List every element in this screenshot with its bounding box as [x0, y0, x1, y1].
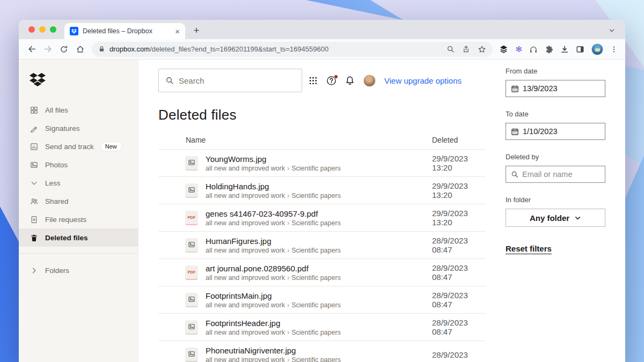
headphones-extension-icon[interactable] — [529, 45, 538, 54]
deleted-date: 28/9/202308:47 — [432, 263, 486, 282]
help-icon[interactable] — [326, 76, 336, 86]
sidebar-item-label: Photos — [45, 161, 68, 169]
sidebar-item-all-files[interactable]: All files — [19, 101, 138, 119]
file-path: all new and improved work›Scientific pap… — [206, 274, 341, 282]
desktop: Deleted files – Dropbox × + — [0, 0, 644, 362]
table-row[interactable]: PDF genes s41467-023-40957-9.pdf all new… — [158, 204, 486, 232]
to-date-group: To date — [506, 110, 605, 140]
sidebar-item-file-requests[interactable]: File requests — [19, 210, 138, 228]
tab-search-chevron-icon[interactable] — [608, 27, 616, 34]
page-header: View upgrade options — [158, 69, 486, 92]
home-icon[interactable] — [72, 42, 87, 57]
photo-icon — [30, 160, 38, 169]
back-icon[interactable] — [24, 42, 39, 57]
file-name: YoungWorms.jpg — [206, 154, 341, 164]
to-date-field[interactable] — [506, 123, 605, 140]
from-date-input[interactable] — [523, 84, 600, 93]
sidebar-folders-toggle[interactable]: Folders — [19, 261, 138, 279]
extensions-puzzle-icon[interactable] — [545, 45, 553, 54]
file-type-icon: PDF — [185, 265, 198, 280]
share-icon[interactable] — [462, 45, 470, 53]
table-row[interactable]: PDF FootprintsMain.jpg all new and impro… — [158, 286, 486, 314]
sidebar-item-deleted-files[interactable]: Deleted files — [19, 228, 138, 247]
sidebar-item-send-and-track[interactable]: Send and track New — [19, 137, 138, 156]
chevron-right-icon — [30, 266, 38, 275]
close-window-button[interactable] — [28, 26, 35, 33]
search-tabs-icon[interactable] — [447, 45, 455, 53]
deleted-date: 28/9/202308:47 — [432, 236, 486, 254]
grid-icon — [30, 106, 38, 114]
deleted-date: 28/9/2023 — [432, 350, 486, 359]
new-badge: New — [101, 142, 121, 151]
bell-icon[interactable] — [345, 76, 355, 85]
table-row[interactable]: PDF art journal.pone.0289560.pdf all new… — [158, 259, 486, 286]
upgrade-link[interactable]: View upgrade options — [384, 76, 462, 85]
downloads-icon[interactable] — [560, 45, 569, 54]
extension-icons: ✻ — [497, 43, 620, 55]
search-icon — [511, 171, 518, 178]
sidebar: All files Signatures Send and track New … — [19, 60, 138, 362]
sidebar-item-less[interactable]: Less — [19, 174, 138, 192]
forward-icon[interactable] — [40, 42, 55, 57]
minimize-window-button[interactable] — [39, 26, 46, 33]
table-row[interactable]: PDF YoungWorms.jpg all new and improved … — [158, 150, 486, 177]
flower-extension-icon[interactable]: ✻ — [515, 45, 522, 53]
new-tab-button[interactable]: + — [189, 24, 203, 38]
zoom-window-button[interactable] — [50, 26, 56, 33]
sidebar-item-signatures[interactable]: Signatures — [19, 119, 138, 137]
file-name: art journal.pone.0289560.pdf — [206, 264, 341, 273]
table-row[interactable]: PDF FootprintsHeader.jpg all new and imp… — [158, 314, 486, 341]
page-title: Deleted files — [158, 107, 486, 123]
browser-menu-kebab-icon[interactable] — [610, 46, 618, 53]
deleted-by-group: Deleted by — [506, 153, 605, 183]
tab-strip: Deleted files – Dropbox × + — [19, 20, 625, 39]
side-panel-icon[interactable] — [576, 45, 584, 54]
from-date-group: From date — [506, 67, 605, 97]
deleted-date: 29/9/202313:20 — [432, 154, 486, 172]
table-row[interactable]: PDF HumanFigures.jpg all new and improve… — [158, 232, 486, 259]
apps-grid-icon[interactable] — [309, 76, 318, 85]
deleted-by-label: Deleted by — [506, 153, 605, 161]
close-tab-icon[interactable]: × — [175, 27, 180, 35]
from-date-field[interactable] — [506, 80, 605, 97]
table-row[interactable]: PDF HoldingHands.jpg all new and improve… — [158, 177, 486, 204]
to-date-input[interactable] — [523, 127, 600, 136]
file-path: all new and improved work›Scientific pap… — [206, 192, 341, 200]
reset-filters-link[interactable]: Reset filters — [506, 244, 552, 253]
column-header-name[interactable]: Name — [186, 136, 206, 144]
search-box[interactable] — [158, 69, 302, 92]
sidebar-item-label: Signatures — [45, 124, 80, 132]
from-date-label: From date — [506, 67, 605, 75]
table-row[interactable]: PDF PhoneutriaNigriventer.jpg all new an… — [158, 341, 486, 362]
column-header-deleted[interactable]: Deleted — [432, 136, 486, 144]
in-folder-group: In folder Any folder — [506, 196, 605, 227]
sidebar-item-label: Shared — [45, 197, 69, 205]
browser-profile-avatar[interactable] — [591, 43, 603, 55]
sidebar-item-shared[interactable]: Shared — [19, 192, 138, 210]
bookmark-star-icon[interactable] — [478, 45, 486, 54]
url-text: dropbox.com/deleted_files?end_ts=1696201… — [109, 45, 441, 53]
search-input[interactable] — [179, 76, 295, 85]
file-request-icon — [30, 215, 38, 224]
sidebar-item-photos[interactable]: Photos — [19, 156, 138, 174]
layers-extension-icon[interactable] — [499, 45, 508, 54]
reload-icon[interactable] — [56, 42, 71, 57]
deleted-by-input[interactable] — [522, 170, 600, 179]
deleted-by-field[interactable] — [506, 166, 605, 183]
folder-dropdown[interactable]: Any folder — [506, 209, 605, 227]
to-date-label: To date — [506, 110, 605, 118]
url-bar[interactable]: dropbox.com/deleted_files?end_ts=1696201… — [92, 42, 493, 57]
people-icon — [30, 197, 38, 205]
calendar-icon — [511, 128, 519, 136]
user-avatar[interactable] — [363, 75, 376, 87]
sidebar-folders-label: Folders — [45, 267, 69, 275]
in-folder-label: In folder — [506, 196, 605, 204]
file-type-icon: PDF — [185, 238, 198, 253]
file-name: HoldingHands.jpg — [206, 182, 341, 191]
dropbox-favicon — [70, 27, 78, 35]
browser-tab[interactable]: Deleted files – Dropbox × — [64, 23, 185, 39]
file-name: HumanFigures.jpg — [206, 237, 341, 246]
dropbox-logo[interactable] — [30, 73, 138, 88]
file-name: genes s41467-023-40957-9.pdf — [206, 209, 341, 218]
file-name: FootprintsHeader.jpg — [206, 319, 341, 328]
